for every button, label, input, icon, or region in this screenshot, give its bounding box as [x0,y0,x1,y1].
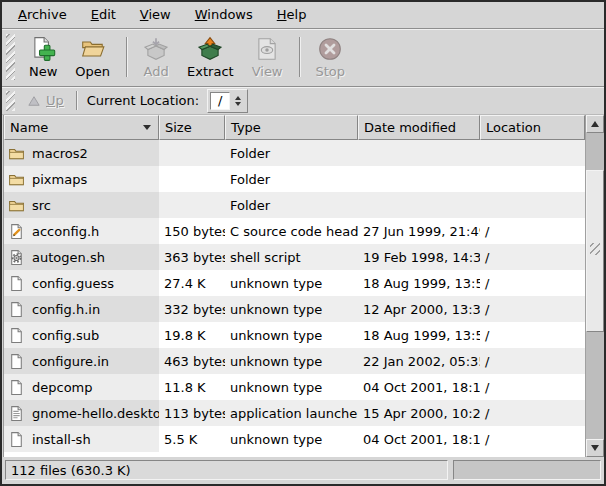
file-name-text: gnome-hello.desktop [32,406,159,421]
view-file-icon [254,36,280,62]
column-header-size[interactable]: Size [159,115,225,140]
file-location-cell: / [480,374,585,400]
menu-item-help[interactable]: Help [265,3,319,27]
file-location-cell: / [480,348,585,374]
file-date-text: 15 Apr 2000, 10:21 [363,406,480,421]
file-row-config-h-in[interactable]: config.h.in332 bytesunknown type12 Apr 2… [4,296,585,322]
file-row-src[interactable]: srcFolder [4,192,585,218]
stop-icon [317,36,343,62]
scrollbar-trough[interactable] [586,133,604,439]
location-combo-value[interactable]: / [210,92,230,110]
file-type-text: Folder [230,146,270,161]
toolbar-button-extract[interactable]: Extract [178,31,243,83]
file-row-acconfig-h[interactable]: acconfig.h150 bytesC source code header2… [4,218,585,244]
file-name-text: configure.in [32,354,109,369]
file-name-cell: pixmaps [4,166,159,192]
file-date-cell: 22 Jan 2002, 05:35 [358,348,480,374]
add-files-icon [143,36,169,62]
file-date-cell: 19 Feb 1998, 14:31 [358,244,480,270]
file-location-text: / [485,276,489,291]
status-secondary-panel [453,460,601,480]
file-name-cell: src [4,192,159,218]
sort-indicator-icon [143,125,151,130]
file-type-cell: unknown type [225,322,358,348]
menu-item-edit[interactable]: Edit [79,3,128,27]
toolbar-button-new[interactable]: New [20,31,66,83]
file-size-cell: 19.8 K [159,322,225,348]
file-location-text: / [485,406,489,421]
file-size-text: 332 bytes [164,302,225,317]
file-row-config-sub[interactable]: config.sub19.8 Kunknown type18 Aug 1999,… [4,322,585,348]
column-header-type[interactable]: Type [225,115,358,140]
file-date-cell: 12 Apr 2000, 13:36 [358,296,480,322]
status-bar: 112 files (630.3 K) [2,457,604,484]
file-size-text: 27.4 K [164,276,206,291]
column-header-label: Name [10,120,48,135]
current-location-label: Current Location: [83,93,207,108]
file-date-text: 22 Jan 2002, 05:35 [363,354,480,369]
file-row-install-sh[interactable]: install-sh5.5 Kunknown type04 Oct 2001, … [4,426,585,452]
file-location-text: / [485,224,489,239]
file-name-cell: depcomp [4,374,159,400]
archive-manager-window: ArchiveEditViewWindowsHelp NewOpenAddExt… [0,0,606,486]
file-size-cell: 150 bytes [159,218,225,244]
plain-file-icon [8,301,25,318]
column-header-date-modified[interactable]: Date modified [358,115,480,140]
file-name-cell: autogen.sh [4,244,159,270]
file-name-cell: acconfig.h [4,218,159,244]
toolbar-button-open[interactable]: Open [66,31,119,83]
file-date-cell: 18 Aug 1999, 13:53 [358,322,480,348]
file-date-text: 19 Feb 1998, 14:31 [363,250,480,265]
toolbar-button-add: Add [134,31,178,83]
file-date-cell: 04 Oct 2001, 18:12 [358,426,480,452]
file-name-cell: gnome-hello.desktop [4,400,159,426]
menu-item-view[interactable]: View [128,3,183,27]
combo-dropdown-icon[interactable] [230,92,245,110]
file-location-cell: / [480,322,585,348]
vertical-scrollbar[interactable] [585,115,604,457]
column-header-name[interactable]: Name [4,115,159,140]
file-row-macros2[interactable]: macros2Folder [4,140,585,166]
file-size-cell: 5.5 K [159,426,225,452]
file-row-autogen-sh[interactable]: autogen.sh363 bytesshell script19 Feb 19… [4,244,585,270]
file-row-depcomp[interactable]: depcomp11.8 Kunknown type04 Oct 2001, 18… [4,374,585,400]
plain-file-icon [8,327,25,344]
file-location-cell: / [480,296,585,322]
toolbar-button-label: View [252,64,283,79]
column-header-label: Date modified [364,120,456,135]
location-combo[interactable]: / [207,89,248,113]
file-type-text: unknown type [230,276,322,291]
file-name-cell: config.sub [4,322,159,348]
file-row-config-guess[interactable]: config.guess27.4 Kunknown type18 Aug 199… [4,270,585,296]
scrollbar-up-button[interactable] [586,115,604,133]
column-header-label: Size [165,120,192,135]
scrollbar-down-button[interactable] [586,439,604,457]
menu-bar: ArchiveEditViewWindowsHelp [2,2,604,29]
file-location-cell [480,140,585,166]
menu-item-windows[interactable]: Windows [183,3,265,27]
file-type-text: unknown type [230,354,322,369]
location-bar-drag-handle[interactable] [6,91,15,111]
toolbar-drag-handle[interactable] [6,34,15,80]
file-type-cell: Folder [225,166,358,192]
combo-arrow-up-icon [235,96,241,100]
file-name-text: acconfig.h [32,224,99,239]
column-header-location[interactable]: Location [480,115,585,140]
scrollbar-thumb[interactable] [586,170,604,332]
toolbar-separator [126,37,127,77]
scroll-up-icon [591,121,599,127]
toolbar-button-label: Add [144,64,169,79]
file-type-cell: Folder [225,192,358,218]
file-row-pixmaps[interactable]: pixmapsFolder [4,166,585,192]
file-name-text: config.sub [32,328,99,343]
file-location-cell: / [480,426,585,452]
toolbar: NewOpenAddExtractViewStop [2,29,604,87]
file-location-cell [480,166,585,192]
toolbar-button-label: Extract [187,64,234,79]
file-row-configure-in[interactable]: configure.in463 bytesunknown type22 Jan … [4,348,585,374]
file-size-cell: 11.8 K [159,374,225,400]
file-name-cell: config.guess [4,270,159,296]
file-row-gnome-hello-desktop[interactable]: gnome-hello.desktop113 bytesapplication … [4,400,585,426]
file-date-text: 18 Aug 1999, 13:53 [363,328,480,343]
menu-item-archive[interactable]: Archive [6,3,79,27]
